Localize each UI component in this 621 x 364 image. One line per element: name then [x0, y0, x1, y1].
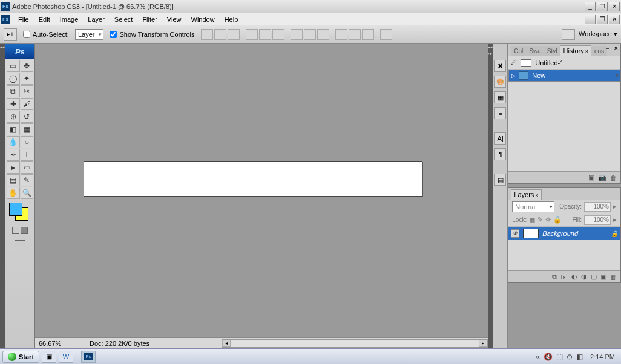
zoom-level[interactable]: 66.67%	[35, 340, 71, 347]
layers-close-icon[interactable]: ✕	[613, 45, 620, 52]
slice-tool[interactable]: ✂	[21, 85, 34, 97]
character-icon[interactable]: A|	[494, 132, 506, 145]
h-scrollbar[interactable]: ◂ ▸	[222, 339, 488, 348]
lasso-tool[interactable]: ◯	[7, 73, 20, 85]
tray-app-icon[interactable]: ◧	[576, 353, 583, 361]
align-bottom-icon[interactable]	[228, 29, 240, 40]
visibility-icon[interactable]: 👁	[511, 229, 519, 238]
lock-trans-icon[interactable]: ▦	[529, 216, 535, 224]
path-tool[interactable]: ▸	[7, 161, 20, 174]
tab-layers[interactable]: Layers×	[511, 189, 541, 200]
dodge-tool[interactable]: ○	[21, 136, 34, 148]
menu-filter[interactable]: Filter	[137, 15, 162, 24]
fill-input[interactable]: 100%	[584, 215, 611, 225]
new-doc-from-state-icon[interactable]: ▣	[588, 174, 594, 181]
info-icon[interactable]: 🎨	[494, 76, 506, 88]
menu-image[interactable]: Image	[55, 15, 84, 24]
auto-select-checkbox[interactable]: Auto-Select:	[23, 31, 69, 38]
tab-history[interactable]: History×	[560, 45, 591, 56]
clock[interactable]: 2:14 PM	[586, 353, 619, 360]
menu-edit[interactable]: Edit	[34, 15, 55, 24]
doc-close-button[interactable]: ✕	[609, 15, 620, 24]
heal-tool[interactable]: ✚	[7, 98, 20, 110]
new-layer-icon[interactable]: ▣	[600, 273, 606, 281]
maximize-button[interactable]: ❐	[597, 2, 608, 11]
type-tool[interactable]: T	[21, 149, 34, 161]
auto-select-dropdown[interactable]: Layer	[75, 29, 104, 40]
go-bridge-icon[interactable]	[562, 29, 575, 40]
fill-arrow-icon[interactable]: ▸	[613, 216, 617, 224]
move-tool-icon[interactable]: ▸+	[4, 28, 17, 41]
align-hcenter-icon[interactable]	[259, 29, 271, 40]
history-state-new[interactable]: ▷ New	[508, 70, 620, 82]
scroll-right-icon[interactable]: ▸	[479, 340, 487, 347]
align-right-icon[interactable]	[272, 29, 284, 40]
screen-mode-icon[interactable]	[15, 240, 25, 247]
eraser-tool[interactable]: ◧	[7, 123, 20, 135]
blur-tool[interactable]: 💧	[7, 136, 20, 148]
fx-icon[interactable]: fx.	[560, 273, 568, 281]
marquee-tool[interactable]: ▭	[7, 60, 20, 72]
tray-volume-icon[interactable]: 🔇	[544, 353, 553, 361]
menu-view[interactable]: View	[162, 15, 186, 24]
close-button[interactable]: ✕	[609, 2, 620, 11]
document-canvas[interactable]	[84, 161, 422, 197]
delete-state-icon[interactable]: 🗑	[610, 174, 617, 181]
task-word-icon[interactable]: W	[59, 351, 73, 363]
lock-pixels-icon[interactable]: ✎	[537, 216, 543, 224]
menu-select[interactable]: Select	[110, 15, 138, 24]
layers-min-icon[interactable]: –	[604, 45, 611, 52]
auto-align-icon[interactable]	[380, 29, 392, 40]
link-layers-icon[interactable]: ⧉	[552, 273, 557, 281]
delete-layer-icon[interactable]: 🗑	[610, 273, 617, 281]
quickmask-mode-icon[interactable]	[21, 227, 28, 234]
layer-background[interactable]: 👁 Background 🔒	[508, 227, 620, 240]
hand-tool[interactable]: ✋	[7, 187, 20, 199]
tray-network-icon[interactable]: ⬚	[556, 353, 563, 361]
group-icon[interactable]: ▢	[591, 273, 597, 281]
task-explorer-icon[interactable]: ▣	[42, 351, 56, 363]
swatches-icon[interactable]: ≡	[494, 107, 506, 119]
tab-styles[interactable]: Styl	[544, 46, 560, 56]
stamp-tool[interactable]: ⊕	[7, 111, 20, 123]
zoom-tool[interactable]: 🔍	[21, 187, 34, 199]
show-transform-checkbox[interactable]: Show Transform Controls	[110, 31, 194, 38]
shape-tool[interactable]: ▭	[21, 161, 34, 174]
opacity-arrow-icon[interactable]: ▸	[613, 203, 617, 210]
mask-icon[interactable]: ◐	[571, 273, 577, 281]
dist-vcenter-icon[interactable]	[304, 29, 316, 40]
panels-collapse-handle[interactable]: ◂◂▸▸	[488, 44, 493, 348]
color-icon[interactable]: ▦	[494, 91, 506, 103]
menu-layer[interactable]: Layer	[83, 15, 110, 24]
task-photoshop[interactable]: Ps	[81, 351, 96, 363]
new-snapshot-icon[interactable]: 📷	[598, 174, 606, 181]
tab-swatches[interactable]: Swa	[526, 46, 544, 56]
doc-restore-button[interactable]: ❐	[597, 15, 608, 24]
menu-file[interactable]: File	[13, 15, 34, 24]
scroll-left-icon[interactable]: ◂	[222, 340, 231, 347]
doc-minimize-button[interactable]: _	[585, 15, 596, 24]
history-snapshot[interactable]: ☄ Untitled-1	[508, 56, 620, 70]
actions-icon[interactable]: ▤	[494, 174, 506, 186]
notes-tool[interactable]: ▤	[7, 174, 20, 186]
dist-left-icon[interactable]	[335, 29, 347, 40]
standard-mode-icon[interactable]	[12, 227, 19, 234]
adjustment-icon[interactable]: ◑	[581, 273, 587, 281]
doc-info[interactable]: Doc: 220.2K/0 bytes	[71, 340, 222, 347]
dist-right-icon[interactable]	[362, 29, 374, 40]
dist-hcenter-icon[interactable]	[349, 29, 361, 40]
toolbox-collapse-handle[interactable]: ◂◂	[0, 44, 5, 348]
tray-shield-icon[interactable]: ⊙	[567, 353, 573, 361]
dist-top-icon[interactable]	[291, 29, 303, 40]
navigator-icon[interactable]: ✖	[494, 60, 506, 72]
crop-tool[interactable]: ⧉	[7, 85, 20, 97]
pen-tool[interactable]: ✒	[7, 149, 20, 161]
align-left-icon[interactable]	[246, 29, 258, 40]
history-brush-tool[interactable]: ↺	[21, 111, 34, 123]
eyedropper-tool[interactable]: ✎	[21, 174, 34, 186]
brush-tool[interactable]: 🖌	[21, 98, 34, 110]
move-tool[interactable]: ✥	[21, 60, 34, 72]
dist-bottom-icon[interactable]	[317, 29, 329, 40]
menu-window[interactable]: Window	[186, 15, 220, 24]
menu-help[interactable]: Help	[220, 15, 243, 24]
